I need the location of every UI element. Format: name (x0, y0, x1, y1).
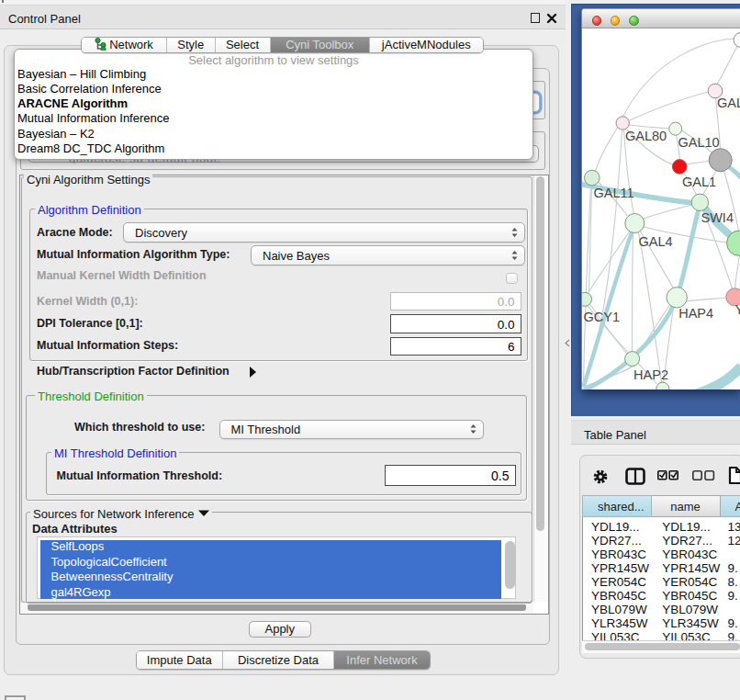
svg-text:GCY1: GCY1 (583, 310, 620, 324)
svg-text:GAL3: GAL3 (717, 96, 740, 110)
svg-text:GAL10: GAL10 (678, 135, 719, 150)
svg-text:GAL11: GAL11 (593, 186, 633, 200)
svg-text:Y: Y (734, 302, 740, 317)
svg-text:HAP4: HAP4 (678, 306, 713, 321)
svg-text:GAL80: GAL80 (625, 129, 667, 143)
svg-text:HAP2: HAP2 (633, 367, 668, 382)
svg-text:SWI4: SWI4 (701, 210, 733, 225)
svg-text:GAL1: GAL1 (682, 175, 716, 189)
svg-text:GAL4: GAL4 (638, 234, 672, 249)
